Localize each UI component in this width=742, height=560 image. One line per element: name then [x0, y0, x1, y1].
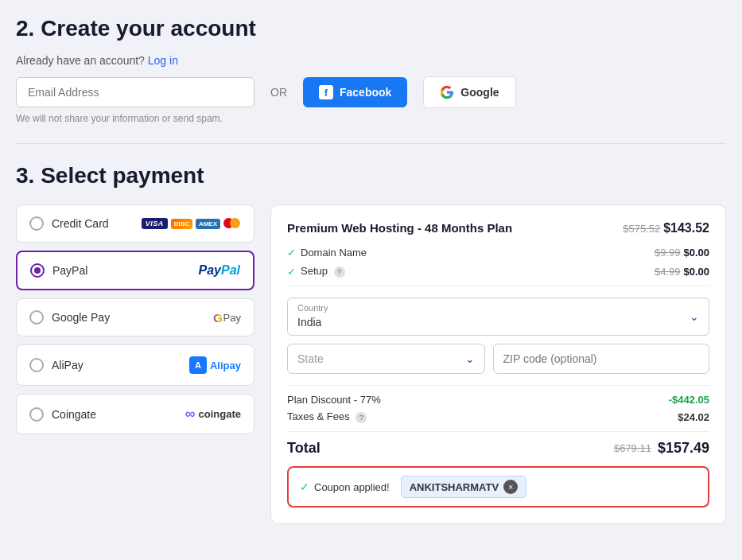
country-label: Country	[288, 298, 709, 313]
feature-name-setup: Setup ?	[301, 265, 345, 278]
discount-row: Plan Discount - 77% -$442.05	[287, 394, 709, 406]
login-link[interactable]: Log in	[148, 54, 178, 67]
email-input[interactable]	[16, 77, 254, 107]
feature-setup: ✓ Setup ? $4.99$0.00	[287, 265, 709, 278]
plan-name: Premium Web Hosting - 48 Months Plan	[287, 221, 512, 235]
total-price-group: $679.11 $157.49	[614, 440, 709, 457]
divider-before-total	[287, 431, 709, 432]
plan-header: Premium Web Hosting - 48 Months Plan $57…	[287, 221, 709, 235]
no-spam-text: We will not share your information or se…	[16, 113, 726, 124]
payment-left-googlepay: Google Pay	[29, 310, 110, 325]
payment-option-alipay[interactable]: AliPay A Alipay	[16, 344, 254, 386]
already-account-text: Already have an account? Log in	[16, 54, 726, 67]
coupon-check-icon: ✓	[300, 480, 309, 493]
account-row: OR f Facebook Google	[16, 76, 726, 108]
mastercard-icon	[223, 218, 241, 229]
divider-before-discount	[287, 385, 709, 386]
state-zip-row: State ⌄	[287, 344, 709, 374]
payment-name-coingate: Coingate	[52, 408, 96, 421]
discount-value: -$442.05	[669, 394, 709, 406]
mc-right	[230, 218, 240, 228]
radio-paypal	[30, 263, 45, 278]
country-select[interactable]: India United States United Kingdom	[288, 313, 709, 335]
facebook-icon: f	[319, 85, 333, 99]
coupon-applied: ✓ Coupon applied!	[300, 480, 390, 493]
google-button[interactable]: Google	[423, 76, 515, 108]
gpay-logo: G Pay	[213, 311, 241, 325]
coupon-box: ✓ Coupon applied! ANKITSHARMATV ×	[287, 466, 709, 508]
taxes-row: Taxes & Fees ? $24.02	[287, 410, 709, 423]
coupon-remove-icon: ×	[508, 483, 513, 492]
divider-after-features	[287, 286, 709, 286]
taxes-value: $24.02	[678, 411, 709, 423]
gpay-icon: G Pay	[213, 311, 241, 325]
plan-current-price: $143.52	[663, 221, 709, 235]
discount-label: Plan Discount - 77%	[287, 394, 381, 406]
payment-name-paypal: PayPal	[52, 264, 87, 277]
coupon-code: ANKITSHARMATV	[410, 481, 499, 493]
check-icon-domain: ✓	[287, 247, 296, 259]
feature-domain: ✓ Domain Name $9.99$0.00	[287, 247, 709, 259]
alipay-icon: A	[189, 356, 207, 374]
radio-credit	[29, 216, 44, 231]
radio-inner-paypal	[34, 267, 41, 274]
section-2: 2. Create your account Already have an a…	[16, 16, 726, 124]
plan-price-group: $575.52 $143.52	[623, 221, 709, 235]
payment-layout: Credit Card VISA DISC AMEX	[16, 204, 726, 524]
google-icon	[440, 85, 454, 99]
taxes-info-icon[interactable]: ?	[355, 412, 367, 423]
zip-input[interactable]	[493, 344, 710, 374]
radio-coingate	[29, 407, 44, 422]
state-wrapper: State ⌄	[287, 344, 485, 374]
setup-info-icon[interactable]: ?	[334, 266, 345, 278]
total-original-price: $679.11	[614, 442, 651, 454]
payment-left-paypal: PayPal	[30, 263, 87, 278]
total-current-price: $157.49	[658, 440, 709, 457]
amex-badge: AMEX	[196, 219, 220, 229]
visa-badge: VISA	[142, 218, 168, 229]
plan-original-price: $575.52	[623, 223, 660, 235]
section2-title: 2. Create your account	[16, 16, 726, 41]
total-row: Total $679.11 $157.49	[287, 440, 709, 457]
coupon-label: Coupon applied!	[314, 481, 390, 493]
taxes-label: Taxes & Fees ?	[287, 410, 367, 423]
payment-options: Credit Card VISA DISC AMEX	[16, 204, 254, 434]
payment-option-paypal[interactable]: PayPal PayPal	[16, 251, 254, 290]
radio-googlepay	[29, 310, 44, 325]
section-3: 3. Select payment Credit Card VISA DISC …	[16, 163, 726, 524]
feature-setup-left: ✓ Setup ?	[287, 265, 345, 278]
coupon-tag: ANKITSHARMATV ×	[401, 476, 526, 498]
coupon-remove-button[interactable]: ×	[503, 480, 518, 494]
discover-badge: DISC	[171, 219, 192, 229]
alipay-logo: A Alipay	[189, 356, 241, 374]
payment-left-alipay: AliPay	[29, 358, 84, 372]
feature-price-setup: $4.99$0.00	[655, 266, 709, 278]
section3-title: 3. Select payment	[16, 163, 726, 189]
payment-left-credit: Credit Card	[29, 216, 109, 231]
payment-option-credit[interactable]: Credit Card VISA DISC AMEX	[16, 204, 254, 243]
paypal-logo: PayPal	[199, 263, 240, 278]
country-section: Country India United States United Kingd…	[287, 298, 709, 374]
order-summary: Premium Web Hosting - 48 Months Plan $57…	[270, 204, 726, 524]
feature-domain-left: ✓ Domain Name	[287, 247, 367, 259]
payment-option-coingate[interactable]: Coingate ∞ coingate	[16, 394, 254, 434]
feature-price-domain: $9.99$0.00	[655, 247, 709, 259]
coingate-icon: ∞	[185, 406, 196, 422]
payment-name-credit: Credit Card	[52, 217, 109, 230]
feature-name-domain: Domain Name	[301, 247, 367, 259]
facebook-button[interactable]: f Facebook	[303, 77, 407, 107]
paypal-icon: PayPal	[199, 263, 240, 278]
payment-name-googlepay: Google Pay	[52, 311, 110, 324]
payment-left-coingate: Coingate	[29, 407, 96, 422]
payment-option-googlepay[interactable]: Google Pay G Pay	[16, 298, 254, 336]
state-select[interactable]: State	[288, 344, 484, 373]
page-container: 2. Create your account Already have an a…	[16, 16, 726, 524]
payment-name-alipay: AliPay	[52, 359, 84, 371]
total-label: Total	[287, 440, 320, 457]
check-icon-setup: ✓	[287, 266, 296, 278]
credit-card-icons: VISA DISC AMEX	[142, 218, 241, 229]
radio-alipay	[29, 358, 44, 372]
or-text: OR	[270, 86, 287, 99]
coingate-logo: ∞ coingate	[185, 406, 241, 422]
country-wrapper: Country India United States United Kingd…	[287, 298, 709, 336]
